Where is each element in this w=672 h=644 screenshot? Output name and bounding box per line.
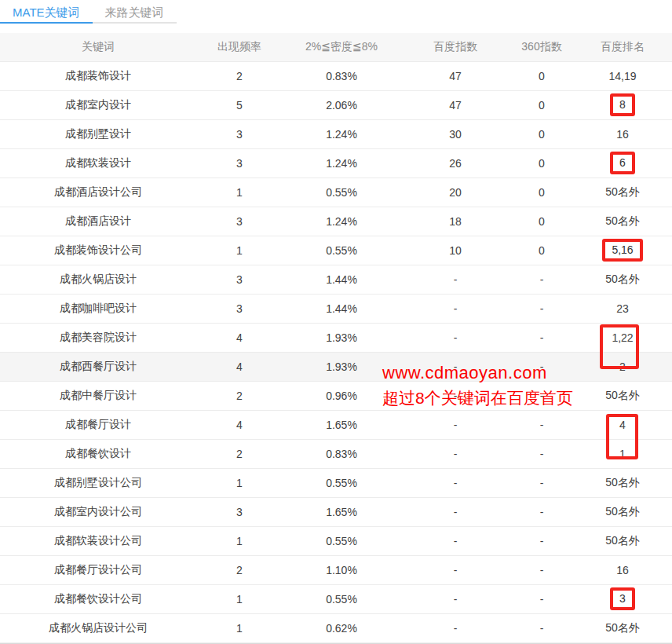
baidu-index-cell: - — [400, 265, 510, 294]
baidu-rank-cell: 16 — [573, 555, 672, 584]
index-360-cell: 0 — [510, 177, 573, 207]
table-row: 成都别墅设计31.24%30016 — [0, 119, 672, 148]
density-cell: 0.96% — [283, 381, 400, 410]
baidu-index-cell: - — [400, 526, 510, 555]
baidu-index-cell: 20 — [400, 177, 510, 207]
table-row: 成都室内设计52.06%4708 — [0, 90, 672, 119]
index-360-cell: - — [510, 439, 573, 468]
baidu-rank-cell: 3 — [573, 584, 672, 613]
density-cell: 1.24% — [283, 207, 400, 236]
table-row: 成都室内设计公司31.65%--50名外 — [0, 497, 672, 526]
frequency-cell: 3 — [196, 148, 283, 177]
density-cell: 1.65% — [283, 497, 400, 526]
baidu-index-cell: - — [400, 381, 510, 410]
keyword-cell: 成都西餐厅设计 — [0, 352, 196, 381]
table-row: 成都餐饮设计公司10.55%--3 — [0, 584, 672, 613]
keyword-cell: 成都餐厅设计 — [0, 410, 196, 439]
keyword-cell: 成都别墅设计公司 — [0, 468, 196, 497]
baidu-rank-cell: 50名外 — [573, 526, 672, 555]
index-360-cell: - — [510, 584, 573, 613]
frequency-cell: 4 — [196, 352, 283, 381]
density-cell: 1.93% — [283, 352, 400, 381]
keyword-cell: 成都美容院设计 — [0, 323, 196, 352]
index-360-cell: - — [510, 323, 573, 352]
table-row: 成都酒店设计公司10.55%20050名外 — [0, 177, 672, 207]
tab-referral-keywords[interactable]: 来路关键词 — [93, 2, 177, 24]
density-cell: 0.55% — [283, 526, 400, 555]
baidu-rank-cell: 23 — [573, 294, 672, 323]
tab-mate-keywords[interactable]: MATE关键词 — [0, 2, 93, 24]
density-cell: 1.10% — [283, 555, 400, 584]
frequency-cell: 1 — [196, 613, 283, 642]
col-header-frequency: 出现频率 — [196, 33, 283, 61]
baidu-index-cell: - — [400, 352, 510, 381]
keyword-table: 关键词 出现频率 2%≦密度≦8% 百度指数 360指数 百度排名 成都装饰设计… — [0, 33, 672, 643]
frequency-cell: 2 — [196, 439, 283, 468]
col-header-baidu-index: 百度指数 — [400, 33, 510, 61]
density-cell: 0.83% — [283, 439, 400, 468]
frequency-cell: 1 — [196, 584, 283, 613]
col-header-baidu-rank: 百度排名 — [573, 33, 672, 61]
baidu-rank-cell: 50名外 — [573, 381, 672, 410]
frequency-cell: 3 — [196, 207, 283, 236]
index-360-cell: - — [510, 526, 573, 555]
index-360-cell: - — [510, 294, 573, 323]
baidu-rank-cell: 50名外 — [573, 468, 672, 497]
keyword-table-body: 成都装饰设计20.83%47014,19成都室内设计52.06%4708成都别墅… — [0, 61, 672, 642]
frequency-cell: 3 — [196, 294, 283, 323]
baidu-rank-cell: 1,22 — [573, 323, 672, 352]
density-cell: 2.06% — [283, 90, 400, 119]
table-row: 成都别墅设计公司10.55%--50名外 — [0, 468, 672, 497]
keyword-cell: 成都火锅店设计 — [0, 265, 196, 294]
tab-bar: MATE关键词 来路关键词 — [0, 2, 672, 25]
keyword-cell: 成都餐厅设计公司 — [0, 555, 196, 584]
table-row: 成都软装设计公司10.55%--50名外 — [0, 526, 672, 555]
frequency-cell: 2 — [196, 381, 283, 410]
baidu-index-cell: 18 — [400, 207, 510, 236]
baidu-index-cell: - — [400, 584, 510, 613]
baidu-rank-cell: 50名外 — [573, 177, 672, 207]
frequency-cell: 3 — [196, 265, 283, 294]
baidu-index-cell: 47 — [400, 61, 510, 90]
table-row: 成都装饰设计20.83%47014,19 — [0, 61, 672, 90]
col-header-density: 2%≦密度≦8% — [283, 33, 400, 61]
index-360-cell: 0 — [510, 236, 573, 265]
density-cell: 0.83% — [283, 61, 400, 90]
keyword-cell: 成都中餐厅设计 — [0, 381, 196, 410]
frequency-cell: 1 — [196, 468, 283, 497]
keyword-cell: 成都软装设计 — [0, 148, 196, 177]
frequency-cell: 1 — [196, 526, 283, 555]
table-row: 成都软装设计31.24%2606 — [0, 148, 672, 177]
density-cell: 1.44% — [283, 265, 400, 294]
table-row: 成都中餐厅设计20.96%--50名外 — [0, 381, 672, 410]
density-cell: 0.62% — [283, 613, 400, 642]
table-row: 成都火锅店设计公司10.62%--50名外 — [0, 613, 672, 642]
baidu-rank-cell: 1 — [573, 439, 672, 468]
baidu-rank-cell: 8 — [573, 90, 672, 119]
index-360-cell: 0 — [510, 90, 573, 119]
index-360-cell: 0 — [510, 119, 573, 148]
keyword-cell: 成都室内设计公司 — [0, 497, 196, 526]
baidu-rank-cell: 4 — [573, 410, 672, 439]
frequency-cell: 1 — [196, 177, 283, 207]
density-cell: 1.44% — [283, 294, 400, 323]
baidu-rank-cell: 50名外 — [573, 497, 672, 526]
baidu-index-cell: - — [400, 497, 510, 526]
index-360-cell: - — [510, 555, 573, 584]
frequency-cell: 3 — [196, 119, 283, 148]
baidu-rank-cell: 50名外 — [573, 265, 672, 294]
density-cell: 1.65% — [283, 410, 400, 439]
baidu-rank-cell: 5,16 — [573, 236, 672, 265]
density-cell: 1.24% — [283, 148, 400, 177]
keyword-table-header: 关键词 出现频率 2%≦密度≦8% 百度指数 360指数 百度排名 — [0, 33, 672, 61]
baidu-rank-cell: 50名外 — [573, 613, 672, 642]
keyword-cell: 成都酒店设计 — [0, 207, 196, 236]
col-header-keyword: 关键词 — [0, 33, 196, 61]
index-360-cell: - — [510, 468, 573, 497]
rank-highlight-box: 5,16 — [602, 239, 642, 262]
keyword-cell: 成都咖啡吧设计 — [0, 294, 196, 323]
keyword-cell: 成都别墅设计 — [0, 119, 196, 148]
frequency-cell: 2 — [196, 555, 283, 584]
seo-keyword-report: MATE关键词 来路关键词 关键词 出现频率 2%≦密度≦8% 百度指数 360… — [0, 0, 672, 644]
table-row: 成都西餐厅设计41.93%--2 — [0, 352, 672, 381]
